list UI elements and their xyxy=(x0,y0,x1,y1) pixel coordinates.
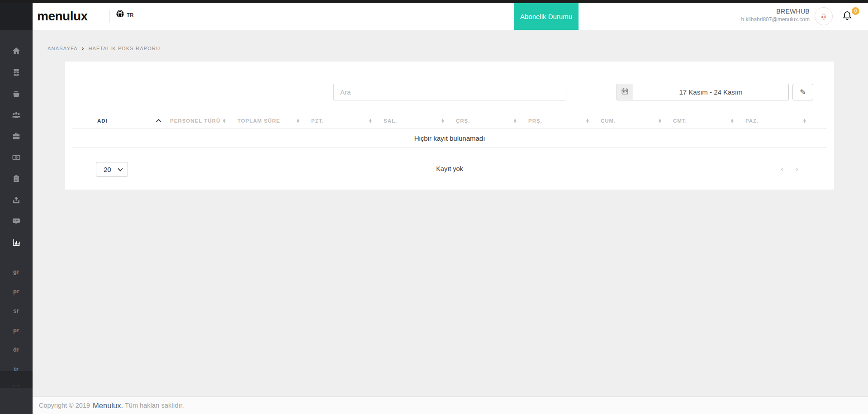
sidebar-icon-menu: 0 xyxy=(0,40,33,253)
sort-asc-icon xyxy=(156,119,161,124)
sidebar-item-basket[interactable] xyxy=(0,83,33,104)
basket-icon xyxy=(12,89,21,98)
sidebar-item-pr[interactable]: pr xyxy=(0,281,33,301)
column-header-crs[interactable]: ÇRŞ. xyxy=(456,113,528,128)
copyright-text: Copyright © 2019 xyxy=(39,402,90,409)
footer: Copyright © 2019 Menulux. Tüm hakları sa… xyxy=(33,396,868,414)
subscription-status-button[interactable]: Abonelik Durumu xyxy=(514,3,579,30)
sort-icon xyxy=(731,119,734,123)
column-label: PERSONEL TÜRÜ xyxy=(170,118,220,124)
reports-icon xyxy=(12,238,21,247)
sort-icon xyxy=(223,119,226,123)
table-header-row: ADI PERSONEL TÜRÜ TOPLAM SÜRE PZT. SAL. … xyxy=(72,113,827,129)
sidebar-item-sr[interactable]: sr xyxy=(0,301,33,320)
rights-text: Tüm hakları saklıdır. xyxy=(125,402,184,409)
next-page-button[interactable]: › xyxy=(792,165,802,174)
report-card: ✎ ADI PERSONEL TÜRÜ TOPLAM SÜRE PZT. SAL… xyxy=(65,62,834,190)
sidebar-bottom-marks: -- -- xyxy=(12,383,20,388)
user-menu[interactable]: BREWHUB h.kilbahri807@menulux.com xyxy=(741,8,810,23)
column-label: CUM. xyxy=(601,118,616,124)
pagination-status: Kayıt yok xyxy=(65,165,834,172)
breadcrumb-home[interactable]: ANASAYFA xyxy=(47,46,78,51)
column-header-paz[interactable]: PAZ. xyxy=(745,113,818,128)
sidebar: 0 xyxy=(0,0,33,414)
sort-icon xyxy=(659,119,661,123)
avatar[interactable]: BH xyxy=(815,7,833,25)
calendar-addon[interactable] xyxy=(617,84,633,100)
sidebar-item-briefcase[interactable] xyxy=(0,125,33,147)
staff-icon xyxy=(11,110,21,119)
sort-icon xyxy=(586,119,589,123)
sidebar-item-home[interactable] xyxy=(0,40,33,62)
messages-icon xyxy=(12,217,21,226)
date-range-picker xyxy=(617,84,789,100)
previous-page-button[interactable]: ‹ xyxy=(778,165,787,174)
globe-icon xyxy=(116,10,124,20)
search-input[interactable] xyxy=(333,84,566,100)
pencil-icon: ✎ xyxy=(800,88,806,96)
briefcase-icon xyxy=(12,132,21,141)
breadcrumb-current: HAFTALIK PDKS RAPORU xyxy=(88,46,160,51)
column-label: SAL. xyxy=(384,118,397,124)
edit-date-button[interactable]: ✎ xyxy=(792,84,813,100)
column-label: TOPLAM SÜRE xyxy=(237,118,280,124)
header-divider xyxy=(109,10,110,23)
user-email: h.kilbahri807@menulux.com xyxy=(741,16,810,23)
sidebar-item-modules[interactable] xyxy=(0,62,33,83)
column-label: PRŞ. xyxy=(528,118,542,124)
column-label: ÇRŞ. xyxy=(456,118,470,124)
sidebar-bottom-item[interactable]: -- -- xyxy=(0,371,33,388)
column-header-adi[interactable]: ADI xyxy=(72,113,170,128)
top-header: menulux TR Abonelik Durumu BREWHUB h.kil… xyxy=(33,3,868,30)
payments-icon: 0 xyxy=(11,153,21,162)
column-header-pzt[interactable]: PZT. xyxy=(311,113,384,128)
chevron-right-icon: › xyxy=(82,45,85,52)
pdks-table: ADI PERSONEL TÜRÜ TOPLAM SÜRE PZT. SAL. … xyxy=(72,113,827,148)
modules-icon xyxy=(12,68,21,77)
empty-state-message: Hiçbir kayıt bulunamadı xyxy=(72,129,827,148)
footer-brand: Menulux. xyxy=(93,401,123,410)
sidebar-item-orders[interactable] xyxy=(0,168,33,189)
sidebar-top-block xyxy=(0,0,33,30)
breadcrumb: ANASAYFA › HAFTALIK PDKS RAPORU xyxy=(47,45,160,52)
sort-icon xyxy=(297,119,299,123)
notification-badge: 0 xyxy=(852,7,859,15)
notifications-button[interactable]: 0 xyxy=(841,10,858,26)
language-label: TR xyxy=(127,12,134,18)
column-header-cmt[interactable]: CMT. xyxy=(673,113,745,128)
top-strip xyxy=(0,0,868,3)
sidebar-item-payments[interactable]: 0 xyxy=(0,147,33,168)
sort-icon xyxy=(441,119,444,123)
bell-icon xyxy=(841,16,853,24)
svg-text:BH: BH xyxy=(823,19,825,20)
sidebar-item-pr2[interactable]: pr xyxy=(0,320,33,340)
sidebar-item-upload[interactable] xyxy=(0,189,33,210)
orders-icon xyxy=(12,174,21,183)
sidebar-item-reports[interactable] xyxy=(0,232,33,253)
sidebar-item-dr[interactable]: dr xyxy=(0,340,33,359)
column-label: CMT. xyxy=(673,118,687,124)
sidebar-item-messages[interactable] xyxy=(0,210,33,232)
language-selector[interactable]: TR xyxy=(116,10,134,20)
column-label: PZT. xyxy=(311,118,324,124)
sort-icon xyxy=(514,119,517,123)
column-label: PAZ. xyxy=(745,118,759,124)
sort-icon xyxy=(369,119,372,123)
user-name: BREWHUB xyxy=(741,8,810,15)
column-header-cum[interactable]: CUM. xyxy=(601,113,673,128)
column-header-toplam-sure[interactable]: TOPLAM SÜRE xyxy=(237,113,311,128)
calendar-icon xyxy=(621,88,628,96)
column-header-personel-turu[interactable]: PERSONEL TÜRÜ xyxy=(170,113,237,128)
column-label: ADI xyxy=(97,118,108,124)
sidebar-short-menu: gr pr sr pr dr tr xyxy=(0,262,33,379)
upload-icon xyxy=(12,195,21,205)
sidebar-item-staff[interactable] xyxy=(0,104,33,125)
home-icon xyxy=(12,47,21,56)
menulux-logo[interactable]: menulux xyxy=(37,9,88,24)
column-header-prs[interactable]: PRŞ. xyxy=(528,113,601,128)
sort-icon xyxy=(803,119,806,123)
sidebar-item-gr[interactable]: gr xyxy=(0,262,33,281)
column-header-sal[interactable]: SAL. xyxy=(384,113,456,128)
date-range-input[interactable] xyxy=(633,84,789,100)
